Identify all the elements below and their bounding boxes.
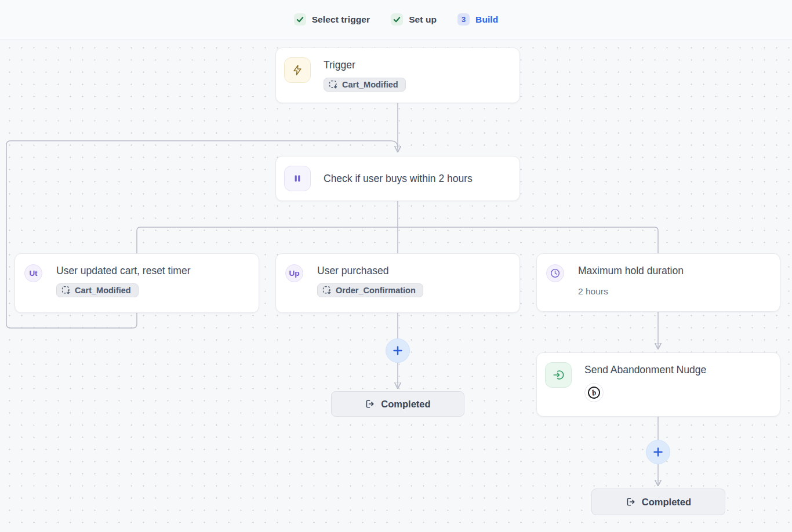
node-branch-purchased[interactable]: Up User purchased Order_Confirmation	[275, 253, 520, 313]
hold-duration-value: 2 hours	[578, 286, 684, 297]
step-label: Set up	[409, 14, 437, 25]
step-number-badge: 3	[457, 13, 470, 25]
plus-icon	[652, 446, 664, 458]
braze-logo-icon: b	[587, 385, 601, 400]
branch-avatar: Ut	[24, 264, 42, 282]
braze-badge: b	[584, 383, 604, 402]
node-trigger[interactable]: Trigger Cart_Modified	[275, 48, 520, 103]
node-title: Trigger	[324, 59, 406, 71]
event-capture-icon	[61, 286, 71, 295]
completed-label: Completed	[381, 399, 430, 410]
event-tag-label: Order_Confirmation	[336, 286, 416, 295]
node-title: User purchased	[317, 265, 423, 277]
build-steps-header: Select trigger Set up 3 Build	[0, 0, 792, 39]
node-title: Check if user buys within 2 hours	[324, 173, 473, 185]
event-tag[interactable]: Cart_Modified	[324, 78, 406, 92]
node-send-nudge[interactable]: Send Abandonment Nudge b	[536, 352, 780, 417]
event-tag[interactable]: Order_Confirmation	[317, 283, 423, 297]
branch-avatar: Up	[285, 264, 303, 282]
node-branch-cart-updated[interactable]: Ut User updated cart, reset timer Cart_M…	[14, 253, 259, 313]
step-select-trigger[interactable]: Select trigger	[294, 13, 370, 25]
completed-terminal[interactable]: Completed	[331, 391, 464, 417]
plus-icon	[392, 345, 404, 356]
exit-icon	[626, 497, 636, 507]
node-title: Maximum hold duration	[578, 265, 684, 277]
lightning-icon	[284, 57, 311, 83]
clock-icon	[546, 264, 564, 282]
workflow-canvas[interactable]: Trigger Cart_Modified Check if user buys…	[0, 39, 792, 532]
event-capture-icon	[322, 286, 332, 295]
event-tag-label: Cart_Modified	[342, 80, 398, 89]
step-label: Build	[475, 14, 498, 25]
node-branch-max-hold[interactable]: Maximum hold duration 2 hours	[536, 253, 780, 312]
node-wait-check[interactable]: Check if user buys within 2 hours	[275, 156, 520, 201]
check-icon	[391, 13, 403, 25]
event-capture-icon	[329, 80, 338, 89]
step-label: Select trigger	[312, 14, 370, 25]
check-icon	[294, 13, 306, 25]
completed-label: Completed	[642, 497, 691, 508]
add-step-button[interactable]	[386, 338, 410, 363]
login-arrow-icon	[545, 362, 572, 388]
node-title: User updated cart, reset timer	[56, 265, 190, 277]
add-step-button[interactable]	[646, 440, 670, 464]
exit-icon	[365, 399, 375, 409]
completed-terminal[interactable]: Completed	[591, 489, 725, 515]
step-set-up[interactable]: Set up	[391, 13, 437, 25]
pause-icon	[284, 166, 311, 191]
step-build[interactable]: 3 Build	[457, 13, 498, 25]
event-tag[interactable]: Cart_Modified	[56, 283, 139, 297]
event-tag-label: Cart_Modified	[75, 286, 131, 295]
node-title: Send Abandonment Nudge	[584, 364, 706, 376]
